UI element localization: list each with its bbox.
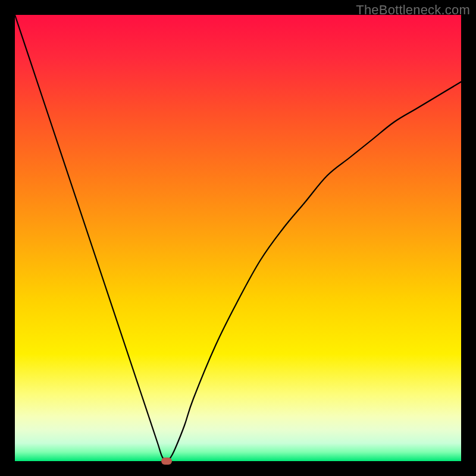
chart-curve <box>15 15 461 461</box>
optimal-point-marker <box>161 458 172 465</box>
chart-frame: TheBottleneck.com <box>0 0 476 476</box>
chart-plot-area <box>15 15 461 461</box>
bottleneck-curve-path <box>15 15 461 461</box>
watermark-text: TheBottleneck.com <box>356 2 470 18</box>
